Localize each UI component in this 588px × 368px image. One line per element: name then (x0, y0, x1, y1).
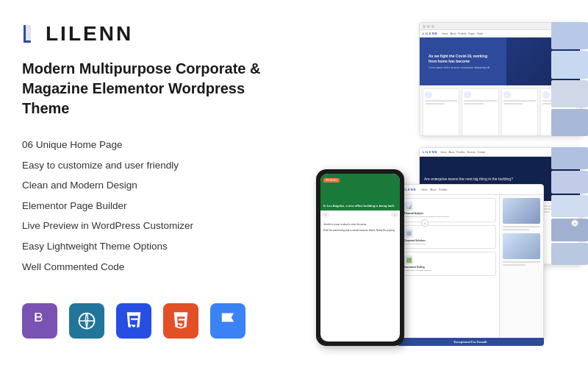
service-card-title-2: Corporate Solutions (404, 239, 492, 242)
mini-card-icon (464, 91, 471, 99)
service-card-2: 🏢 Corporate Solutions Support On Raising… (401, 225, 496, 250)
desktop-nav-links-1: Home About Portfolio Pages Studio (442, 32, 483, 35)
browser-dot (431, 25, 434, 28)
tablet-nav-link: Home (421, 188, 427, 191)
tablet-main: 📊 Financial Analysis Largest Demand Part… (398, 195, 499, 338)
feature-item: Easy Lightweight Theme Options (22, 236, 287, 257)
tablet-nav-links: Home About Portfolio (421, 188, 447, 191)
mini-card-line-short (464, 103, 484, 105)
sidebar-text-line (503, 264, 526, 266)
sidebar-thumb-2 (503, 233, 540, 259)
feature-item: Elementor Page Builder (22, 196, 287, 216)
feature-item: Well Commented Code (22, 257, 287, 277)
feature-item: Live Preview in WordPress Customizer (22, 216, 287, 236)
tablet-sidebar (499, 195, 543, 338)
mini-card-line (503, 100, 536, 102)
mini-card-icon (425, 91, 432, 99)
tablet-content: 📊 Financial Analysis Largest Demand Part… (398, 195, 543, 338)
image-strip-1 (551, 22, 588, 136)
service-card-icon-1: 📊 (404, 202, 413, 210)
mini-card-icon (542, 91, 550, 99)
flag-icon (210, 303, 245, 339)
service-card-title-1: Financial Analysis (404, 212, 492, 215)
desktop-nav-logo-1: LILENN (423, 32, 437, 35)
desktop-hero-content-1: As we fight the Covid-19, working from h… (424, 49, 494, 74)
service-card-1: 📊 Financial Analysis Largest Demand Part… (401, 198, 496, 222)
service-card-3: 💹 Investment Trading Professional Consul… (401, 252, 496, 276)
bootstrap-icon (22, 303, 57, 339)
logo-text: LILENN (46, 22, 133, 46)
mobile-hero: BREAKING In Los Angeles, a new office bu… (320, 174, 400, 210)
strip-thumb (551, 243, 588, 265)
mobile-prev-arrow[interactable]: ‹ (322, 210, 329, 218)
right-panel: LILENN Home About Portfolio Pages Studio… (301, 22, 581, 353)
lilenn-logo-icon (22, 24, 43, 44)
feature-item: 06 Unique Home Page (22, 135, 287, 155)
wordpress-icon (69, 303, 104, 339)
left-panel: LILENN Modern Multipurpose Corporate & M… (22, 22, 301, 353)
sidebar-thumb-1 (503, 198, 540, 224)
strip-thumb (551, 171, 588, 193)
strip-thumb (551, 147, 588, 169)
service-card-icon-3: 💹 (404, 255, 413, 264)
desktop-nav-link-2: About (448, 151, 454, 154)
sidebar-text-line (503, 261, 540, 263)
service-card-text-2: Support On Raising Funds (404, 243, 492, 246)
mini-card-line-short (425, 103, 445, 105)
mini-card-icon (503, 91, 511, 99)
mobile-nav-arrows: ‹ › (320, 210, 400, 218)
tagline: Modern Multipurpose Corporate & Magazine… (22, 59, 287, 118)
sidebar-text-line (503, 226, 540, 227)
desktop-hero-sub-1: Lorem ipsum dolor sit amet consectetur a… (429, 66, 490, 70)
tablet-footer-text: Exceptional For Growth (401, 340, 539, 344)
tablet-nav-link: Portfolio (439, 188, 447, 191)
mobile-text-2: Enter the arena being built in central b… (323, 229, 397, 233)
service-card-text-1: Largest Demand Partnership Building Fina… (404, 216, 492, 219)
service-card-text-3: Professional Consulting Business (404, 269, 492, 272)
svg-rect-2 (24, 40, 31, 43)
mobile-badge: BREAKING (323, 178, 340, 183)
browser-dot (427, 25, 430, 28)
mobile-text-1: Jennifer's cousin is about to enter the … (323, 223, 397, 227)
mobile-preview: BREAKING In Los Angeles, a new office bu… (316, 169, 404, 346)
features-list: 06 Unique Home Page Easy to customize an… (22, 135, 287, 277)
tablet-footer-banner: Exceptional For Growth (397, 338, 544, 346)
desktop-nav-link-2: Home (440, 151, 446, 154)
desktop-hero-text-2: Are enterprise teams the next big thing … (424, 177, 513, 182)
mini-card (501, 88, 538, 136)
css3-icon (116, 303, 151, 339)
mini-card-line-short (503, 103, 523, 105)
tablet-nav: LILENN Home About Portfolio (398, 185, 543, 195)
mobile-screen: BREAKING In Los Angeles, a new office bu… (320, 174, 400, 342)
tablet-preview: LILENN Home About Portfolio 📊 Financial … (397, 184, 544, 339)
strip-thumb (551, 80, 588, 107)
desktop-nav-link-2: Portfolio (456, 151, 465, 154)
mobile-next-arrow[interactable]: › (391, 210, 398, 218)
strip-thumb (551, 219, 588, 241)
mobile-title: In Los Angeles, a new office building is… (323, 204, 395, 208)
strip-thumb (551, 195, 588, 217)
svg-rect-1 (24, 25, 26, 43)
tech-icons-row (22, 303, 287, 339)
mini-card-line (425, 100, 457, 102)
desktop-nav-logo-2: LILENN (423, 150, 437, 154)
desktop-nav-link-2: Services (467, 151, 476, 154)
image-strip-2 (551, 147, 588, 265)
tablet-nav-link: About (430, 188, 436, 191)
html5-icon (163, 303, 198, 339)
strip-thumb (551, 109, 588, 136)
mini-card (462, 88, 498, 136)
strip-thumb (551, 22, 588, 49)
next-arrow-2[interactable]: › (571, 219, 578, 227)
prev-arrow-2[interactable]: ‹ (421, 219, 429, 227)
desktop-nav-link-2: Contact (478, 151, 485, 154)
page-container: LILENN Modern Multipurpose Corporate & M… (0, 0, 588, 368)
sidebar-text-line (503, 229, 529, 230)
logo: LILENN (22, 22, 287, 46)
service-card-title-3: Investment Trading (404, 266, 492, 269)
mobile-content: Jennifer's cousin is about to enter the … (320, 220, 400, 237)
feature-item: Clean and Modern Design (22, 175, 287, 196)
desktop-hero-heading-1: As we fight the Covid-19, working from h… (429, 54, 487, 64)
strip-thumb (551, 51, 588, 78)
feature-item: Easy to customize and user friendly (22, 155, 287, 176)
